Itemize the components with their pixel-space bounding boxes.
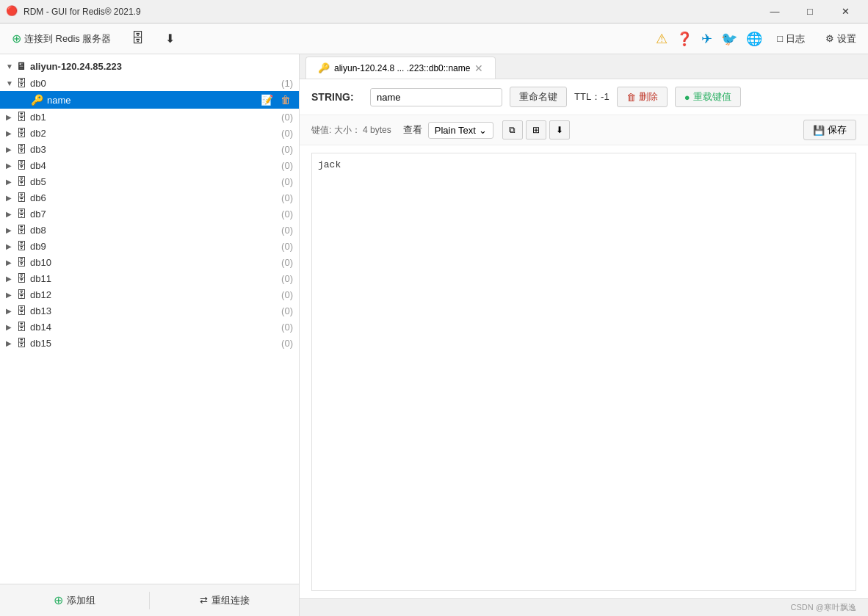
db12-icon: 🗄 <box>16 289 26 300</box>
close-button[interactable]: ✕ <box>828 0 862 23</box>
db7-label: db7 <box>30 209 278 220</box>
db3-count: (0) <box>281 144 293 155</box>
sidebar-db0[interactable]: ▼ 🗄 db0 (1) <box>0 75 299 91</box>
export-icon: ⬇ <box>556 125 563 135</box>
db-icon-button[interactable]: 🗄 <box>126 28 151 49</box>
db3-label: db3 <box>30 144 278 155</box>
db6-arrow: ▶ <box>6 194 16 202</box>
tab-close-button[interactable]: ✕ <box>474 63 483 73</box>
connect-label: 连接到 Redis 服务器 <box>24 32 111 46</box>
db5-icon: 🗄 <box>16 175 26 187</box>
maximize-button[interactable]: □ <box>793 0 827 23</box>
key-name-input[interactable] <box>370 88 502 106</box>
db11-count: (0) <box>281 273 293 284</box>
db8-label: db8 <box>30 225 278 236</box>
db10-count: (0) <box>281 257 293 268</box>
reload-key-button[interactable]: ● 重载键值 <box>675 87 741 107</box>
db1-label: db1 <box>30 112 278 123</box>
add-group-button[interactable]: ⊕ 添加组 <box>0 584 149 617</box>
sidebar-db14[interactable]: ▶ 🗄 db14 (0) <box>0 319 299 335</box>
log-button[interactable]: □ 日志 <box>771 29 811 48</box>
main-content: ▼ 🖥 aliyun-120.24.85.223 ▼ 🗄 db0 (1) 🔑 n… <box>0 54 868 616</box>
sidebar-db2[interactable]: ▶ 🗄 db2 (0) <box>0 125 299 141</box>
db10-arrow: ▶ <box>6 258 16 267</box>
sidebar-db5[interactable]: ▶ 🗄 db5 (0) <box>0 173 299 189</box>
db13-arrow: ▶ <box>6 307 16 315</box>
db10-icon: 🗄 <box>16 256 26 268</box>
sidebar-db3[interactable]: ▶ 🗄 db3 (0) <box>0 141 299 157</box>
key-icon: 🔑 <box>31 94 43 106</box>
rename-key-button[interactable]: 重命名键 <box>510 87 567 107</box>
db13-label: db13 <box>30 305 278 316</box>
tab-title: aliyun-120.24.8 ... .223::db0::name <box>334 63 470 73</box>
settings-button[interactable]: ⚙ 设置 <box>820 29 862 48</box>
db14-arrow: ▶ <box>6 323 16 331</box>
db1-icon: 🗄 <box>16 111 26 123</box>
format-button[interactable]: ⊞ <box>526 120 546 139</box>
settings-icon: ⚙ <box>825 33 834 44</box>
sidebar-db1[interactable]: ▶ 🗄 db1 (0) <box>0 109 299 125</box>
db0-count: (1) <box>281 78 293 89</box>
sidebar-db10[interactable]: ▶ 🗄 db10 (0) <box>0 254 299 270</box>
server-arrow: ▼ <box>6 62 16 70</box>
db12-count: (0) <box>281 289 293 300</box>
delete-label: 删除 <box>639 90 658 104</box>
view-mode-selector[interactable]: Plain Text ⌄ <box>428 122 493 139</box>
key-edit-icon[interactable]: 📝 <box>258 93 275 106</box>
sidebar-db4[interactable]: ▶ 🗄 db4 (0) <box>0 157 299 173</box>
delete-key-button[interactable]: 🗑 删除 <box>617 87 668 107</box>
sidebar-server-item[interactable]: ▼ 🖥 aliyun-120.24.85.223 <box>0 57 299 75</box>
sidebar-db12[interactable]: ▶ 🗄 db12 (0) <box>0 286 299 302</box>
db7-icon: 🗄 <box>16 208 26 220</box>
sidebar-db9[interactable]: ▶ 🗄 db9 (0) <box>0 238 299 254</box>
db-icon: 🗄 <box>131 31 145 46</box>
reload-label: 重载键值 <box>693 90 731 104</box>
connect-button[interactable]: ⊕ 连接到 Redis 服务器 <box>6 29 117 48</box>
reconnect-icon: ⇄ <box>200 595 208 606</box>
db8-icon: 🗄 <box>16 224 26 236</box>
key-delete-icon[interactable]: 🗑 <box>278 93 293 106</box>
db13-icon: 🗄 <box>16 305 26 316</box>
save-button[interactable]: 💾 保存 <box>803 120 856 140</box>
export-button[interactable]: ⬇ <box>549 120 570 139</box>
title-bar-controls: — □ ✕ <box>758 0 862 23</box>
db12-arrow: ▶ <box>6 291 16 299</box>
db7-count: (0) <box>281 209 293 220</box>
download-button[interactable]: ⬇ <box>159 29 181 48</box>
server-name: aliyun-120.24.85.223 <box>30 61 293 72</box>
db1-count: (0) <box>281 112 293 123</box>
sidebar-db6[interactable]: ▶ 🗄 db6 (0) <box>0 189 299 206</box>
download-icon: ⬇ <box>165 32 175 46</box>
minimize-button[interactable]: — <box>758 0 792 23</box>
db4-count: (0) <box>281 160 293 171</box>
log-label: 日志 <box>786 32 805 46</box>
value-area: jack <box>300 145 868 598</box>
db14-count: (0) <box>281 322 293 333</box>
database-list: ▶ 🗄 db1 (0) ▶ 🗄 db2 (0) ▶ 🗄 db3 (0) ▶ 🗄 … <box>0 109 299 351</box>
tab-name-key[interactable]: 🔑 aliyun-120.24.8 ... .223::db0::name ✕ <box>305 57 496 79</box>
sidebar-db15[interactable]: ▶ 🗄 db15 (0) <box>0 335 299 351</box>
copy-format-button[interactable]: ⧉ <box>502 120 523 139</box>
sidebar-db13[interactable]: ▶ 🗄 db13 (0) <box>0 302 299 319</box>
settings-label: 设置 <box>837 32 856 46</box>
sidebar-db11[interactable]: ▶ 🗄 db11 (0) <box>0 270 299 286</box>
value-textarea[interactable]: jack <box>311 153 856 591</box>
sidebar-tree: ▼ 🖥 aliyun-120.24.85.223 ▼ 🗄 db0 (1) 🔑 n… <box>0 54 299 584</box>
sidebar-db8[interactable]: ▶ 🗄 db8 (0) <box>0 222 299 238</box>
db6-icon: 🗄 <box>16 192 26 203</box>
sidebar-db7[interactable]: ▶ 🗄 db7 (0) <box>0 206 299 222</box>
key-type-label: STRING: <box>311 91 363 103</box>
db1-arrow: ▶ <box>6 113 16 121</box>
format-icons: ⧉ ⊞ ⬇ <box>502 120 570 139</box>
reload-circle-icon: ● <box>684 92 690 103</box>
db11-label: db11 <box>30 273 278 284</box>
db4-icon: 🗄 <box>16 159 26 171</box>
ttl-label: TTL：-1 <box>574 90 610 104</box>
sidebar-key-name[interactable]: 🔑 name 📝 🗑 <box>0 91 299 109</box>
db6-label: db6 <box>30 192 278 203</box>
db2-arrow: ▶ <box>6 129 16 137</box>
connect-plus-icon: ⊕ <box>12 32 21 46</box>
db15-icon: 🗄 <box>16 337 26 349</box>
reconnect-button[interactable]: ⇄ 重组连接 <box>150 584 299 617</box>
db15-arrow: ▶ <box>6 339 16 347</box>
